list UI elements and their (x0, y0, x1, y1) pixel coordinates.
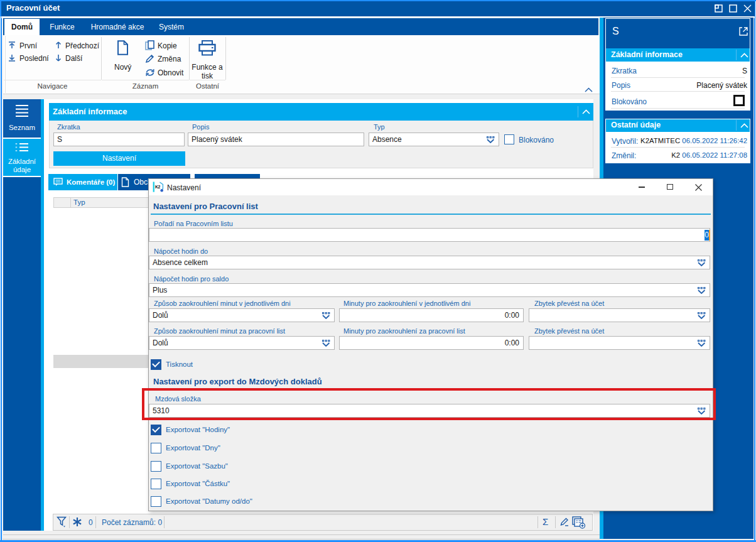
svg-text:K2: K2 (155, 185, 161, 189)
